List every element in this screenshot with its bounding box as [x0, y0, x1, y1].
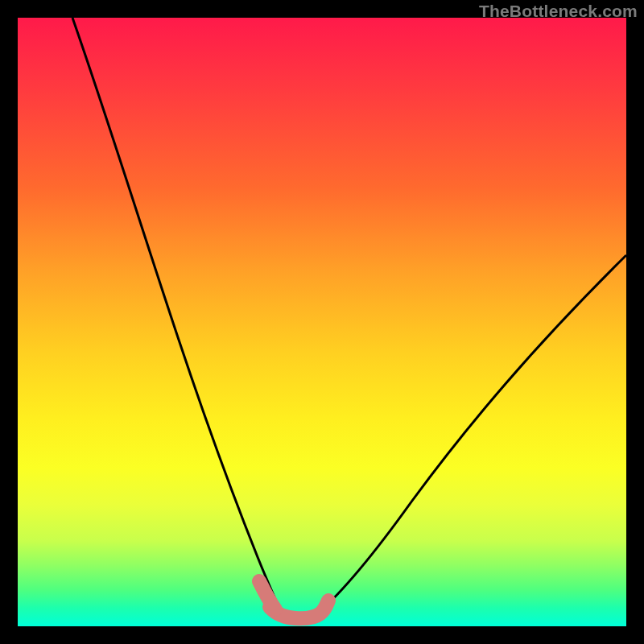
curve-layer: [18, 18, 626, 626]
chart-plot-area: [18, 18, 626, 626]
right-curve: [318, 255, 626, 613]
chart-frame: TheBottleneck.com: [0, 0, 644, 644]
left-highlight-stub: [259, 581, 275, 609]
left-curve: [72, 18, 280, 610]
